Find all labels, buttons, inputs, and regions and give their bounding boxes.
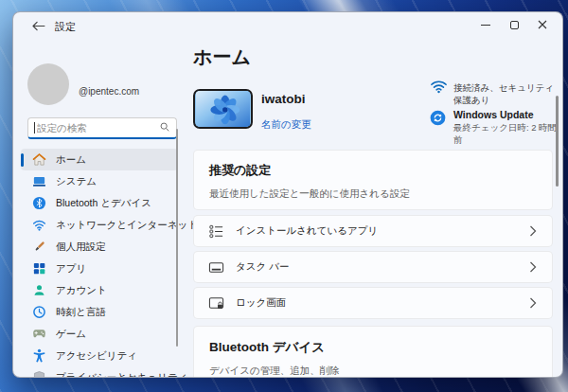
windows-update-status-detail: 最終チェック日時: 2 時間前 <box>453 122 562 147</box>
home-icon <box>32 152 46 167</box>
installed-apps-icon <box>208 223 224 240</box>
sidebar-item-label: プライバシーとセキュリティ <box>56 371 187 379</box>
installed-apps-row[interactable]: インストールされているアプリ <box>193 215 553 247</box>
sidebar-scrollbar[interactable] <box>176 129 178 347</box>
taskbar-row[interactable]: タスク バー <box>193 251 553 283</box>
section-title: 推奨の設定 <box>209 162 537 179</box>
apps-icon <box>32 261 46 276</box>
network-status-text[interactable]: 接続済み、セキュリティ保護あり <box>453 82 562 107</box>
row-label: ロック画面 <box>236 296 518 310</box>
device-thumbnail <box>193 89 253 129</box>
system-icon <box>32 174 46 188</box>
rename-device-link[interactable]: 名前の変更 <box>261 118 311 132</box>
network-icon <box>32 218 46 232</box>
sidebar-item-label: アプリ <box>56 262 86 276</box>
windows-update-status-title[interactable]: Windows Update <box>453 109 534 120</box>
device-name: iwatobi <box>261 92 306 106</box>
settings-window: 設定 @ipentec.com ホーム <box>12 11 563 378</box>
sidebar-item-privacy-security[interactable]: プライバシーとセキュリティ <box>21 366 178 378</box>
section-subtitle: デバイスの管理、追加、削除 <box>209 365 537 378</box>
main-scrollbar[interactable] <box>556 96 559 187</box>
sidebar: @ipentec.com ホーム システム <box>13 39 186 377</box>
section-title: Bluetooth デバイス <box>209 339 537 356</box>
main-content: ホーム <box>186 12 562 377</box>
sidebar-item-label: アクセシビリティ <box>56 349 137 363</box>
windows-update-icon <box>430 110 446 126</box>
sidebar-item-label: 時刻と言語 <box>56 306 106 319</box>
sidebar-item-label: ゲーム <box>56 328 86 341</box>
sidebar-item-time-language[interactable]: 時刻と言語 <box>21 301 178 323</box>
sidebar-item-bluetooth-devices[interactable]: Bluetooth とデバイス <box>21 192 178 214</box>
sidebar-item-label: 個人用設定 <box>56 241 106 254</box>
sidebar-item-network-internet[interactable]: ネットワークとインターネット <box>21 214 178 236</box>
sidebar-item-system[interactable]: システム <box>21 170 178 192</box>
row-label: タスク バー <box>236 260 518 274</box>
back-arrow-icon <box>31 18 45 35</box>
wifi-icon <box>430 79 448 94</box>
sidebar-item-accessibility[interactable]: アクセシビリティ <box>21 345 178 366</box>
privacy-icon <box>32 370 46 378</box>
time-language-icon <box>32 305 46 319</box>
bluetooth-icon <box>32 196 46 210</box>
accessibility-icon <box>32 348 46 363</box>
sidebar-item-accounts[interactable]: アカウント <box>21 279 178 301</box>
gaming-icon <box>32 327 46 341</box>
page-title: ホーム <box>193 45 251 70</box>
back-button[interactable] <box>28 19 47 34</box>
sidebar-nav: ホーム システム Bluetooth とデバイス ネットワークとインターネット <box>13 149 186 378</box>
recommended-settings-card: 推奨の設定 最近使用した設定と一般的に使用される設定 <box>193 150 553 210</box>
sidebar-item-home[interactable]: ホーム <box>21 149 178 170</box>
chevron-right-icon <box>529 225 537 237</box>
sidebar-item-label: ホーム <box>56 153 86 167</box>
search-box[interactable] <box>27 117 177 139</box>
avatar[interactable] <box>27 63 69 105</box>
account-email: @ipentec.com <box>79 86 139 97</box>
personalization-icon <box>32 240 46 254</box>
sidebar-item-gaming[interactable]: ゲーム <box>21 323 178 345</box>
window-title: 設定 <box>55 20 76 34</box>
row-label: インストールされているアプリ <box>236 224 518 238</box>
sidebar-item-apps[interactable]: アプリ <box>21 258 178 279</box>
sidebar-item-label: アカウント <box>56 284 107 297</box>
selection-accent-bar <box>21 153 24 167</box>
accounts-icon <box>32 283 46 297</box>
bluetooth-devices-card: Bluetooth デバイス デバイスの管理、追加、削除 <box>193 326 553 378</box>
search-input[interactable] <box>37 122 159 134</box>
section-subtitle: 最近使用した設定と一般的に使用される設定 <box>209 187 537 201</box>
sidebar-item-label: システム <box>56 175 97 188</box>
chevron-right-icon <box>529 297 537 309</box>
text-caret <box>34 122 35 134</box>
taskbar-icon <box>208 259 224 276</box>
lock-screen-icon <box>208 295 224 312</box>
sidebar-item-label: Bluetooth とデバイス <box>56 197 151 210</box>
search-icon <box>159 119 170 136</box>
lock-screen-row[interactable]: ロック画面 <box>193 287 553 319</box>
sidebar-item-personalization[interactable]: 個人用設定 <box>21 236 178 258</box>
chevron-right-icon <box>529 261 537 273</box>
